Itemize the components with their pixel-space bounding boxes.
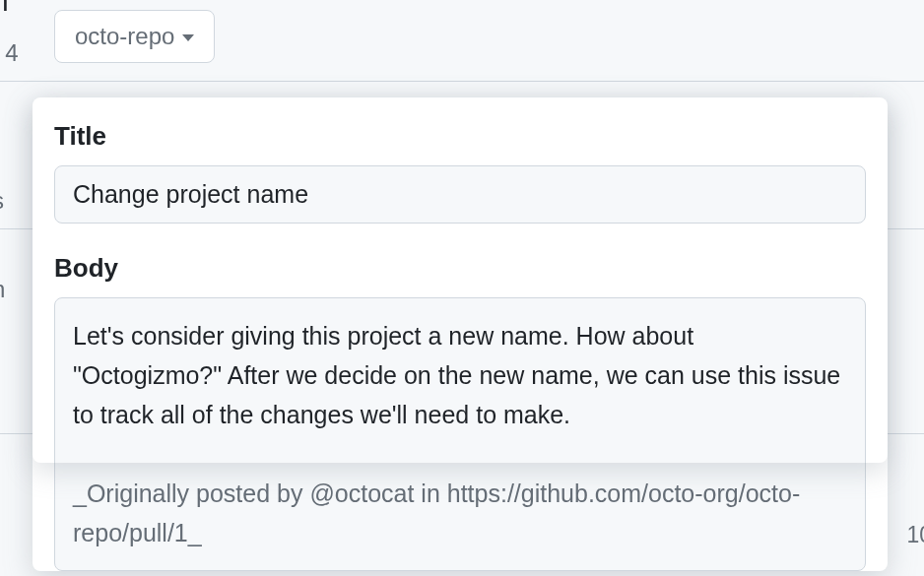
bg-fragment: h (0, 276, 5, 303)
repo-selector-label: octo-repo (75, 23, 174, 50)
issue-form-modal: Title Body Let's consider giving this pr… (33, 97, 888, 571)
title-field-group: Title (54, 121, 866, 224)
title-input[interactable] (54, 165, 866, 224)
chevron-down-icon (182, 34, 194, 41)
body-textarea[interactable]: Let's consider giving this project a new… (54, 297, 866, 571)
body-text: Let's consider giving this project a new… (73, 322, 847, 428)
body-label: Body (54, 253, 866, 284)
body-field-group: Body Let's consider giving this project … (54, 253, 866, 571)
bg-fragment: . 4 (0, 39, 19, 67)
bg-fragment: 10 (906, 522, 924, 548)
bg-divider (0, 81, 924, 82)
body-source-text: _Originally posted by @octocat in https:… (73, 480, 800, 546)
title-label: Title (54, 121, 866, 152)
bg-fragment: s (0, 187, 4, 215)
repo-selector-dropdown[interactable]: octo-repo (54, 10, 215, 63)
bg-fragment: n (0, 0, 9, 18)
